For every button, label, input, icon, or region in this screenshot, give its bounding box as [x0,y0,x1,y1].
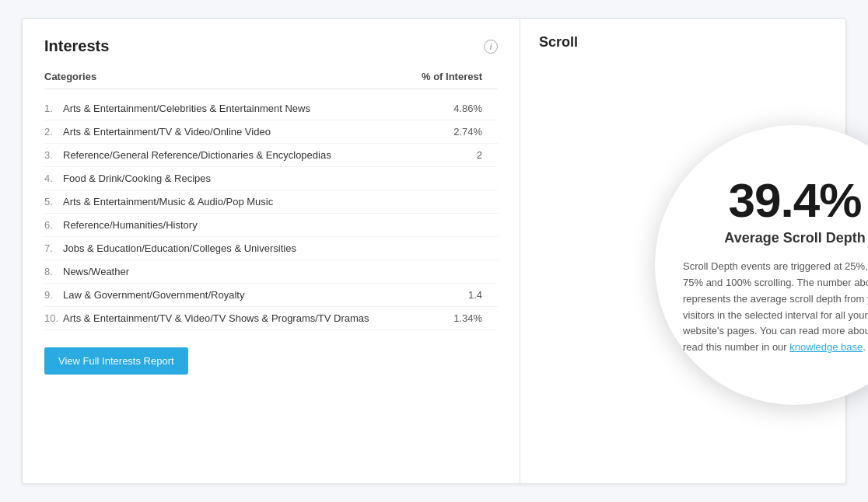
item-name-5: Reference/Humanities/History [63,219,198,231]
item-number-0: 1. [44,103,58,114]
item-name-3: Food & Drink/Cooking & Recipes [63,173,211,184]
item-left-1: 2. Arts & Entertainment/TV & Video/Onlin… [44,126,271,138]
interests-title: Interests [44,37,109,55]
item-number-9: 10. [44,312,58,324]
item-pct-2: 2 [477,149,498,161]
item-name-8: Law & Government/Government/Royalty [63,289,244,301]
table-row: 4. Food & Drink/Cooking & Recipes [44,167,498,190]
item-name-6: Jobs & Education/Education/Colleges & Un… [63,242,296,254]
col-percent-label: % of Interest [422,71,498,82]
item-pct-8: 1.4 [468,289,498,301]
table-row: 8. News/Weather [44,260,498,284]
item-number-4: 5. [44,196,58,207]
item-number-1: 2. [44,126,58,138]
col-categories-label: Categories [44,71,96,82]
item-left-3: 4. Food & Drink/Cooking & Recipes [44,173,211,184]
item-left-0: 1. Arts & Entertainment/Celebrities & En… [44,103,310,114]
item-number-7: 8. [44,266,58,277]
table-row: 7. Jobs & Education/Education/Colleges &… [44,237,498,260]
item-pct-1: 2.74% [453,126,498,138]
interests-panel: Interests i Categories % of Interest 1. … [23,19,520,483]
knowledge-base-link[interactable]: knowledge base [789,341,863,353]
scroll-desc-text1: Scroll Depth events are triggered at 25%… [683,260,868,353]
scroll-percentage-value: 39.4% [729,174,862,227]
item-number-5: 6. [44,219,58,231]
item-name-2: Reference/General Reference/Dictionaries… [63,149,331,161]
item-name-0: Arts & Entertainment/Celebrities & Enter… [63,103,310,114]
item-name-7: News/Weather [63,266,129,277]
scroll-title: Scroll [539,34,578,51]
item-left-8: 9. Law & Government/Government/Royalty [44,289,244,301]
item-name-9: Arts & Entertainment/TV & Video/TV Shows… [63,312,369,324]
item-left-9: 10. Arts & Entertainment/TV & Video/TV S… [44,312,369,324]
main-container: Interests i Categories % of Interest 1. … [22,18,846,484]
item-number-2: 3. [44,149,58,161]
item-left-6: 7. Jobs & Education/Education/Colleges &… [44,242,296,254]
table-row: 5. Arts & Entertainment/Music & Audio/Po… [44,190,498,214]
table-row: 3. Reference/General Reference/Dictionar… [44,144,498,167]
table-row: 6. Reference/Humanities/History [44,214,498,237]
item-left-2: 3. Reference/General Reference/Dictionar… [44,149,331,161]
item-name-4: Arts & Entertainment/Music & Audio/Pop M… [63,196,273,207]
item-number-8: 9. [44,289,58,301]
table-row: 10. Arts & Entertainment/TV & Video/TV S… [44,307,498,330]
scroll-description: Scroll Depth events are triggered at 25%… [683,259,868,356]
item-pct-0: 4.86% [453,103,498,114]
table-row: 9. Law & Government/Government/Royalty 1… [44,284,498,307]
item-number-6: 7. [44,242,58,254]
scroll-circle: 39.4% Average Scroll Depth Scroll Depth … [655,125,868,405]
item-left-7: 8. News/Weather [44,266,129,277]
scroll-panel: Scroll 39.4% Average Scroll Depth Scroll… [520,19,845,483]
item-number-3: 4. [44,173,58,184]
info-icon[interactable]: i [484,40,498,54]
table-row: 1. Arts & Entertainment/Celebrities & En… [44,97,498,120]
scroll-circle-container: 39.4% Average Scroll Depth Scroll Depth … [655,125,868,405]
item-pct-9: 1.34% [453,312,498,324]
scroll-depth-label: Average Scroll Depth [724,230,865,246]
interest-list: 1. Arts & Entertainment/Celebrities & En… [44,97,498,330]
item-left-4: 5. Arts & Entertainment/Music & Audio/Po… [44,196,273,207]
table-header: Categories % of Interest [44,71,498,89]
panel-header: Interests i [44,37,498,55]
table-row: 2. Arts & Entertainment/TV & Video/Onlin… [44,120,498,144]
item-name-1: Arts & Entertainment/TV & Video/Online V… [63,126,271,138]
item-left-5: 6. Reference/Humanities/History [44,219,198,231]
view-full-report-button[interactable]: View Full Interests Report [44,347,188,375]
scroll-desc-text2: . [863,341,866,353]
